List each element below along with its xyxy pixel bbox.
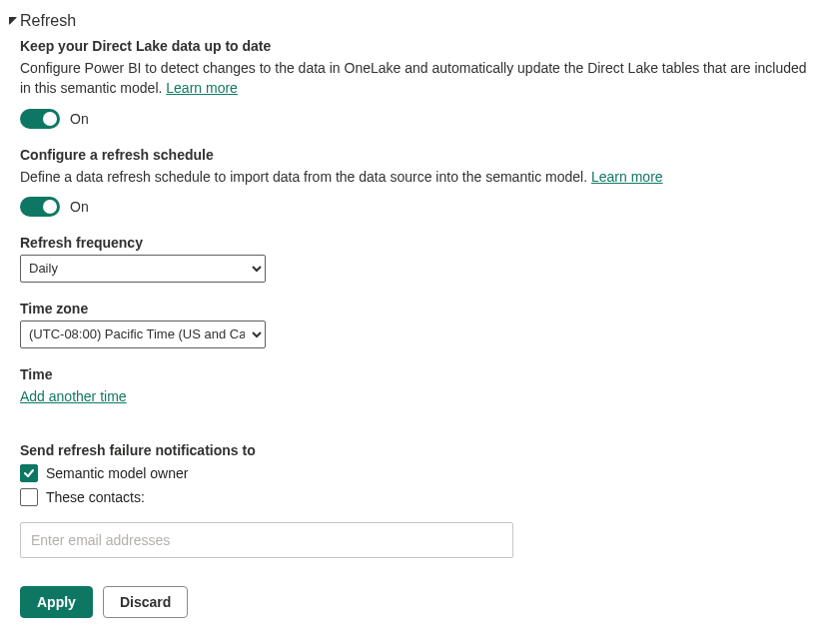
directlake-heading: Keep your Direct Lake data up to date: [20, 38, 809, 54]
notify-contacts-label: These contacts:: [46, 489, 145, 505]
directlake-description: Configure Power BI to detect changes to …: [20, 58, 809, 99]
discard-button[interactable]: Discard: [103, 586, 188, 618]
notify-owner-label: Semantic model owner: [46, 465, 188, 481]
directlake-learnmore-link[interactable]: Learn more: [166, 80, 238, 96]
frequency-select[interactable]: DailyWeekly: [20, 255, 266, 283]
add-time-link[interactable]: Add another time: [20, 388, 127, 404]
contacts-email-input[interactable]: [20, 522, 513, 558]
apply-button[interactable]: Apply: [20, 586, 93, 618]
refresh-section-header[interactable]: Refresh: [8, 12, 809, 30]
schedule-heading: Configure a refresh schedule: [20, 147, 809, 163]
notify-heading: Send refresh failure notifications to: [20, 442, 809, 458]
schedule-learnmore-link[interactable]: Learn more: [591, 169, 663, 185]
directlake-toggle[interactable]: [20, 109, 60, 129]
directlake-toggle-label: On: [70, 111, 89, 127]
schedule-toggle[interactable]: [20, 197, 60, 217]
svg-marker-1: [10, 18, 16, 24]
notify-owner-checkbox[interactable]: [20, 464, 38, 482]
chevron-expanded-icon: [8, 16, 18, 26]
time-label: Time: [20, 366, 809, 382]
frequency-label: Refresh frequency: [20, 235, 809, 251]
schedule-toggle-label: On: [70, 199, 89, 215]
refresh-section-title: Refresh: [20, 12, 76, 30]
timezone-select[interactable]: (UTC-08:00) Pacific Time (US and Canada): [20, 321, 266, 348]
schedule-description: Define a data refresh schedule to import…: [20, 167, 809, 187]
timezone-label: Time zone: [20, 301, 809, 317]
notify-contacts-checkbox[interactable]: [20, 488, 38, 506]
